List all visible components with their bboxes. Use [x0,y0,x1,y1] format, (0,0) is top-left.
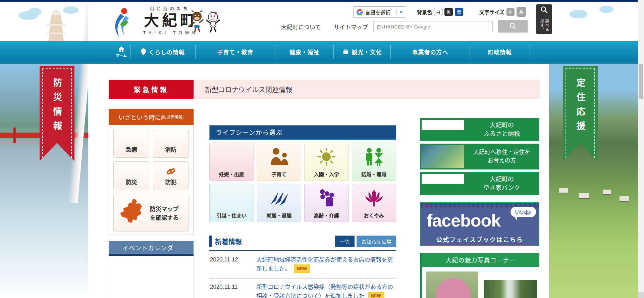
life-button-school-entry[interactable]: 入園・入学 [304,143,349,181]
language-select-button[interactable]: 言語を選択 ▼ [353,6,406,18]
news-item: 2020.11.11 新型コロナウイルス感染症（発熱等の症状がある方の相談・受診… [209,278,396,298]
emergency-link[interactable]: 新型コロナウイルス関連情報 [194,80,539,99]
font-size-large-button[interactable]: A [517,7,526,17]
site-search-input[interactable] [373,21,493,32]
village-house [579,193,589,198]
bg-black-button[interactable]: 黒 [444,8,453,16]
like-speech-bubble: いいね! [511,207,536,217]
map-button-line1: 防災マップ [150,205,178,214]
waterfall-photo[interactable] [484,280,537,298]
disaster-prevention-button[interactable]: 防災 [113,161,149,190]
about-town-link[interactable]: 大紀町について [281,22,321,31]
life-button-condolence[interactable]: おくやみ [352,184,396,222]
google-logo-icon [357,9,363,15]
cloud-illustration [599,6,613,13]
news-header: 新着情報 一覧 お知らせ広場 [209,233,396,251]
scrollbar-corner [638,292,644,298]
bg-white-button[interactable]: 白 [434,8,442,16]
home-icon [118,46,125,52]
fire-department-button[interactable]: 消防 [153,129,189,158]
life-button-employment[interactable]: 就職・退職 [257,184,302,222]
vacant-house-bank-banner[interactable]: 大紀町の 空き家バンク [420,172,539,195]
ribbon-label: 防災情報 [51,78,64,136]
nav-separator [530,45,530,59]
town-map-icon [118,198,149,229]
event-calendar-body [109,257,194,298]
global-navigation: ホーム くらしの情報 子育て・教育 健康・福祉 [0,41,644,64]
caret-down-icon: ▼ [399,10,403,14]
life-button-pregnancy-birth[interactable]: 妊娠・出産 [209,143,254,181]
life-button-elderly-care[interactable]: 高齢・介護 [304,184,349,222]
flower-butterfly-photo[interactable] [426,271,478,298]
nav-item-business[interactable]: 事業者の方へ [391,41,470,62]
life-button-childcare[interactable]: 子育て [257,143,302,181]
search-icon [509,22,517,30]
disaster-map-button[interactable]: 防災マップ を確認する [113,194,189,232]
banner-text-line2: お考えの方 [488,157,516,165]
left-header-band [0,2,88,41]
font-size-label: 文字サイズ [479,8,504,15]
taiki-town-homepage: 山と海のまち 大紀町 TAIKI TOWN [0,0,644,298]
font-size-control: 文字サイズ A A [479,7,526,17]
nav-item-health-welfare[interactable]: 健康・福祉 [275,41,333,62]
nav-item-home[interactable]: ホーム [113,41,130,62]
search-toggle-text: 調べる 探す。 [539,16,549,35]
emergency-box-header: いざという時に (防災等情報) [109,109,194,125]
font-size-small-button[interactable]: A [506,8,515,16]
banner-text-line1: 大紀町の [490,175,514,184]
facebook-banner[interactable]: facebook いいね! 公式フェイスブックはこちら [420,202,539,246]
bridge-post [13,128,16,143]
sun-icon [305,148,348,167]
banner-text-line1: 大紀町の [490,121,514,130]
news-link[interactable]: 大紀町地域経済活性化商品券が使えるお店の情報を更新しました。NEW [256,256,395,274]
bg-blue-button[interactable]: 青 [455,8,463,16]
emergency-label: 緊急情報 [109,80,194,99]
right-header-band [549,2,638,41]
news-date: 2020.11.11 [210,283,256,298]
new-badge: NEW [294,264,310,273]
banner-image-placeholder [422,174,464,184]
nav-item-living-info[interactable]: くらしの情報 [130,41,195,62]
crime-prevention-button[interactable]: 防犯 [153,161,189,190]
bag-icon [342,49,349,55]
life-button-marriage-divorce[interactable]: 結婚・離婚 [352,143,396,181]
life-scene-grid: 妊娠・出産 子育て [209,143,396,222]
town-logo-icon[interactable] [111,8,131,39]
search-toggle-button[interactable]: 調べる 探す。 [536,4,552,34]
nav-item-tourism-culture[interactable]: 観光・文化 [334,41,390,62]
banner-text-line2: ふるさと納税 [484,130,520,138]
lotus-icon [352,189,396,208]
event-calendar-header[interactable]: イベントカレンダー [109,241,194,256]
main-content: 緊急情報 新型コロナウイルス関連情報 いざという時に (防災等情報) 急病 消防… [88,64,549,298]
news-list: 2020.11.12 大紀町地域経済活性化商品券が使えるお店の情報を更新しました… [209,251,396,298]
couple-icon [352,148,396,167]
mascot-characters [189,9,222,35]
external-link-icon [153,166,189,178]
news-link[interactable]: 新型コロナウイルス感染症（発熱等の症状がある方の相談・受診方法について）を追加し… [256,283,395,298]
news-item: 2020.11.12 大紀町地域経済活性化商品券が使えるお店の情報を更新しました… [209,251,396,278]
vertical-scrollbar[interactable] [638,0,644,298]
map-button-line2: を確認する [150,214,178,222]
migration-settlement-banner[interactable]: 大紀町へ移住・定住を お考えの方 [420,144,539,169]
background-color-control: 背景色 白 黒 青 [417,8,463,16]
site-search-button[interactable] [498,20,528,33]
background-color-label: 背景色 [417,8,432,15]
cloud-illustration [28,8,42,16]
furusato-tax-banner[interactable]: 大紀町の ふるさと納税 [420,118,539,141]
sudden-illness-button[interactable]: 急病 [113,129,149,158]
nav-item-childcare-education[interactable]: 子育て・教育 [196,41,275,62]
divider [396,9,397,15]
arrows-icon [257,189,301,208]
sitemap-link[interactable]: サイトマップ [334,22,368,31]
banner-image-placeholder [422,120,464,130]
emergency-banner[interactable]: 緊急情報 新型コロナウイルス関連情報 [109,80,539,99]
photo-corner-section: 大紀の魅力写真コーナー [420,253,539,298]
news-list-button[interactable]: 一覧 [335,236,355,247]
nav-item-town-government[interactable]: 町政情報 [470,41,530,62]
life-scene-header: ライフシーンから選ぶ [209,125,396,140]
scrollbar-thumb[interactable] [639,64,643,99]
life-button-moving-housing[interactable]: 引越・住まい [209,184,254,222]
news-plaza-button[interactable]: お知らせ広場 [357,236,396,247]
news-title-bar [209,236,212,247]
emergency-box-panel: 急病 消防 防災 防犯 [109,125,194,235]
